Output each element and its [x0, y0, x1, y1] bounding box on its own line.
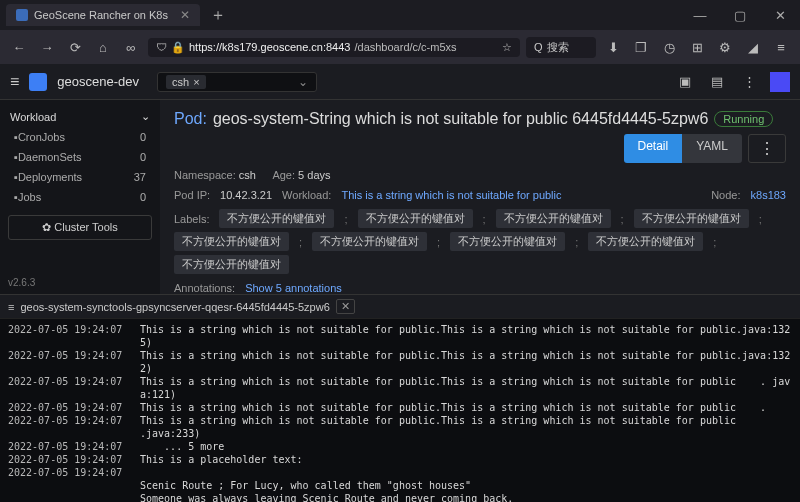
log-timestamp — [8, 479, 140, 492]
label-chip: 不方便公开的键值对 — [174, 255, 289, 274]
separator: ; — [713, 236, 716, 248]
status-badge: Running — [714, 111, 773, 127]
log-output[interactable]: 2022-07-05 19:24:07This is a string whic… — [0, 319, 800, 502]
version-label: v2.6.3 — [8, 277, 152, 288]
label-chip: 不方便公开的键值对 — [219, 209, 334, 228]
workload-link[interactable]: This is a string which is not suitable f… — [341, 189, 561, 201]
sound-icon[interactable]: ◢ — [742, 40, 764, 55]
log-tab[interactable]: ≡ geos-system-synctools-gpsyncserver-qqe… — [0, 295, 800, 319]
sidebar-item-label: CronJobs — [18, 131, 65, 143]
tab-close-icon[interactable]: ✕ — [180, 8, 190, 22]
log-line: 2022-07-05 19:24:07This is a string whic… — [8, 414, 792, 440]
sidebar-item-count: 0 — [140, 151, 146, 163]
log-message: This is a string which is not suitable f… — [140, 401, 766, 414]
namespace-chip[interactable]: csh × — [166, 75, 206, 89]
sidebar-item-count: 37 — [134, 171, 146, 183]
labels-row: Labels: 不方便公开的键值对;不方便公开的键值对;不方便公开的键值对;不方… — [174, 209, 786, 274]
log-tab-close-icon[interactable]: ✕ — [336, 299, 355, 314]
annotations-link[interactable]: Show 5 annotations — [245, 282, 342, 294]
new-tab-button[interactable]: ＋ — [210, 5, 226, 26]
label-chip: 不方便公开的键值对 — [634, 209, 749, 228]
sidebar-item-count: 0 — [140, 191, 146, 203]
ns-label: Namespace: — [174, 169, 236, 181]
extension-icon[interactable]: ❐ — [630, 40, 652, 55]
download-icon[interactable]: ⬇ — [602, 40, 624, 55]
hamburger-icon[interactable]: ≡ — [10, 73, 19, 91]
chevron-down-icon: ⌄ — [141, 110, 150, 123]
sidebar-item-jobs[interactable]: ▪ Jobs0 — [8, 187, 152, 207]
chevron-down-icon: ⌄ — [298, 75, 308, 89]
sidebar-item-label: Deployments — [18, 171, 82, 183]
log-line: Scenic Route ; For Lucy, who called them… — [8, 479, 792, 492]
tools-icon[interactable]: ⚙ — [714, 40, 736, 55]
sidebar-section-workload[interactable]: Workload⌄ — [8, 106, 152, 127]
plugin-icon[interactable]: ⊞ — [686, 40, 708, 55]
log-timestamp: 2022-07-05 19:24:07 — [8, 453, 140, 466]
log-line: 2022-07-05 19:24:07This is a placeholder… — [8, 453, 792, 466]
log-message: Scenic Route ; For Lucy, who called them… — [140, 479, 471, 492]
cluster-tools-label: Cluster Tools — [54, 221, 117, 233]
log-message: This is a string which is not suitable f… — [140, 414, 792, 440]
label-chip: 不方便公开的键值对 — [358, 209, 473, 228]
log-timestamp: 2022-07-05 19:24:07 — [8, 401, 140, 414]
sidebar-item-daemonsets[interactable]: ▪ DaemonSets0 — [8, 147, 152, 167]
sidebar-section-label: Workload — [10, 111, 56, 123]
browser-titlebar: GeoScene Rancher on K8s ✕ ＋ ― ▢ ✕ — [0, 0, 800, 30]
home-icon[interactable]: ⌂ — [92, 40, 114, 55]
chip-remove-icon[interactable]: × — [193, 76, 199, 88]
separator: ; — [299, 236, 302, 248]
log-tab-icon: ≡ — [8, 301, 14, 313]
browser-toolbar: ← → ⟳ ⌂ ∞ 🛡 🔒 https://k8s179.geoscene.cn… — [0, 30, 800, 64]
terminal-icon[interactable]: ▣ — [674, 74, 696, 89]
detail-button[interactable]: Detail — [624, 134, 683, 163]
log-message: Someone was always leaving Scenic Route … — [140, 492, 513, 502]
label-chip: 不方便公开的键值对 — [174, 232, 289, 251]
rancher-logo-icon — [29, 73, 47, 91]
sidebar-item-deployments[interactable]: ▪ Deployments37 — [8, 167, 152, 187]
pod-title: Pod: geos-system-String which is not sui… — [174, 110, 786, 163]
forward-icon[interactable]: → — [36, 40, 58, 55]
workload-label: Workload: — [282, 189, 331, 201]
separator: ; — [575, 236, 578, 248]
log-message: This is a string which is not suitable f… — [140, 375, 792, 401]
url-bar[interactable]: 🛡 🔒 https://k8s179.geoscene.cn:8443/dash… — [148, 38, 520, 57]
cluster-name[interactable]: geoscene-dev — [57, 74, 139, 89]
menu-icon[interactable]: ≡ — [770, 40, 792, 55]
podip-value: 10.42.3.21 — [220, 189, 272, 201]
filter-header-icon[interactable]: ▤ — [706, 74, 728, 89]
win-min-icon[interactable]: ― — [680, 8, 720, 23]
log-timestamp: 2022-07-05 19:24:07 — [8, 375, 140, 401]
browser-tab[interactable]: GeoScene Rancher on K8s ✕ — [6, 4, 200, 26]
actions-menu-button[interactable]: ⋮ — [748, 134, 786, 163]
refresh-icon[interactable]: ⟳ — [64, 40, 86, 55]
main-area: Workload⌄ ▪ CronJobs0 ▪ DaemonSets0 ▪ De… — [0, 100, 800, 294]
title-actions: Detail YAML ⋮ — [624, 134, 786, 163]
back-icon[interactable]: ← — [8, 40, 30, 55]
star-icon[interactable]: ☆ — [502, 41, 512, 54]
annotations-label: Annotations: — [174, 282, 235, 294]
log-timestamp: 2022-07-05 19:24:07 — [8, 440, 140, 453]
log-message: This is a string which is not suitable f… — [140, 323, 792, 349]
separator: ; — [759, 213, 762, 225]
infinity-icon[interactable]: ∞ — [120, 40, 142, 55]
shield-icon: 🛡 — [156, 41, 167, 53]
search-icon: Q — [534, 41, 543, 53]
log-message: This is a placeholder text: — [140, 453, 303, 466]
win-close-icon[interactable]: ✕ — [760, 8, 800, 23]
yaml-button[interactable]: YAML — [682, 134, 742, 163]
log-pane: ≡ geos-system-synctools-gpsyncserver-qqe… — [0, 294, 800, 502]
user-avatar[interactable] — [770, 72, 790, 92]
search-box[interactable]: Q 搜索 — [526, 37, 596, 58]
search-placeholder: 搜索 — [547, 40, 569, 55]
cluster-tools-button[interactable]: ✿ Cluster Tools — [8, 215, 152, 240]
sidebar-item-cronjobs[interactable]: ▪ CronJobs0 — [8, 127, 152, 147]
node-link[interactable]: k8s183 — [751, 189, 786, 201]
log-timestamp — [8, 492, 140, 502]
sidebar-item-count: 0 — [140, 131, 146, 143]
namespace-select[interactable]: csh × ⌄ — [157, 72, 317, 92]
history-icon[interactable]: ◷ — [658, 40, 680, 55]
log-tab-name: geos-system-synctools-gpsyncserver-qqesr… — [20, 301, 329, 313]
kebab-icon[interactable]: ⋮ — [738, 74, 760, 89]
win-max-icon[interactable]: ▢ — [720, 8, 760, 23]
sidebar: Workload⌄ ▪ CronJobs0 ▪ DaemonSets0 ▪ De… — [0, 100, 160, 294]
